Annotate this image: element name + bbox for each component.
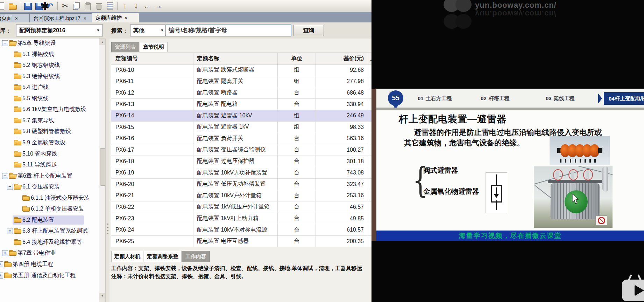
tree-item[interactable]: 5.8 硬塑料管槽敷设	[0, 126, 99, 136]
close-icon[interactable]: ×	[125, 15, 128, 21]
cell-base-price: 743.08	[316, 167, 367, 178]
collapse-icon[interactable]: −	[2, 40, 8, 46]
tree-item[interactable]: −第6章 杆上变配电装置	[0, 171, 99, 181]
table-row[interactable]: PX6-13配电装置 配电箱台330.94	[111, 99, 371, 110]
table-row[interactable]: PX6-19配电装置 10kV无功补偿装置台743.08	[111, 167, 371, 179]
tree-item[interactable]: −6.1 变压器安装	[0, 182, 99, 192]
tab-start-page[interactable]: 始页面 ×	[0, 13, 34, 23]
table-row-selected[interactable]: PX6-14配电装置 避雷器 10kV组246.49	[111, 110, 371, 122]
table-row[interactable]: PX6-22配电装置 1kV低压户外计量箱台46.57	[111, 201, 371, 213]
close-icon[interactable]: ×	[15, 16, 18, 21]
scroll-down-icon[interactable]: ▼	[99, 293, 105, 298]
new-document-icon[interactable]	[0, 1, 6, 11]
tab-project-bpz17[interactable]: 台区演示工程.bpz17 ×	[29, 13, 97, 23]
query-button[interactable]: 查询	[293, 25, 324, 36]
cell-name: 配电装置 10kV户外计量箱	[193, 190, 278, 201]
cell-name: 配电装置 跌落式熔断器	[193, 64, 278, 76]
table-row[interactable]: PX6-24配电装置 10kV不对称电流源台610.57	[111, 224, 371, 236]
table-row[interactable]: PX6-18配电装置 过电压保护器台301.18	[111, 156, 371, 167]
tv-play-icon[interactable]	[622, 280, 644, 301]
tab-quota-resources[interactable]: 定额人材机	[111, 251, 143, 262]
chapter-item-active[interactable]: 04杆上变配电装置	[604, 92, 644, 105]
chapter-tree: −第5章 导线架设5.1 裸铝绞线5.2 钢芯铝绞线5.3 绝缘铝绞线5.4 进…	[0, 39, 99, 302]
table-row[interactable]: PX6-12配电装置 断路器台686.48	[111, 87, 371, 99]
delete-icon[interactable]	[94, 1, 103, 11]
move-right-icon[interactable]: →	[154, 1, 163, 11]
tree-item[interactable]: 6.1.2 单相变压器安装	[0, 204, 99, 214]
tree-item[interactable]: 6.4 接地环及绝缘护罩等	[0, 237, 99, 247]
mouse-cursor-icon	[572, 194, 579, 204]
collapse-icon[interactable]: −	[2, 173, 8, 179]
cell-base-price: 323.47	[316, 179, 367, 190]
tree-item[interactable]: 5.5 钢绞线	[0, 94, 99, 103]
cell-labor	[367, 110, 371, 121]
table-row[interactable]: PX6-17配电装置 变压器综合监测仪台100.27	[111, 144, 371, 156]
chapter-item[interactable]: 02杆塔工程	[481, 95, 510, 102]
cell-unit: 台	[278, 99, 316, 110]
cell-base-price: 49.85	[316, 213, 367, 224]
tree-item[interactable]: +第四册 电缆工程	[0, 259, 99, 269]
tree-item-label: 5.4 进户线	[22, 84, 49, 91]
tree-item[interactable]: 5.1 裸铝绞线	[0, 49, 99, 59]
tree-item[interactable]: 6.1.1 油浸式变压器安装	[0, 193, 99, 203]
tree-item[interactable]: 5.7 集束导线	[0, 116, 99, 125]
table-row[interactable]: PX6-15配电装置 避雷器 1kV组98.33	[111, 122, 371, 133]
paste-icon[interactable]	[83, 1, 92, 11]
search-input[interactable]: 编号/名称/规格/首字母	[165, 25, 291, 36]
tree-item[interactable]: +第7章 带电作业	[0, 248, 99, 258]
table-row[interactable]: PX6-25配电装置 电压互感器台200.35	[111, 236, 371, 247]
chapter-item[interactable]: 01土石方工程	[418, 95, 452, 102]
expand-icon[interactable]: +	[0, 273, 3, 279]
quota-library-select[interactable]: 配网预算定额2016 ▼	[16, 25, 103, 36]
tree-item[interactable]: 5.6 1kV架空电力电缆敷设	[0, 104, 99, 114]
folder-icon	[14, 52, 21, 57]
copy-icon[interactable]	[72, 1, 81, 11]
tree-item[interactable]: 5.10 管内穿线	[0, 149, 99, 159]
cell-code: PX6-12	[111, 87, 193, 98]
table-row[interactable]: PX6-10配电装置 跌落式熔断器组92.68	[111, 64, 371, 76]
expand-icon[interactable]: +	[0, 261, 3, 267]
tree-item[interactable]: 5.9 金属软管敷设	[0, 138, 99, 147]
tree-scrollbar[interactable]: ▲ ▼	[99, 39, 105, 298]
table-row[interactable]: PX6-16配电装置 负荷开关台563.16	[111, 133, 371, 145]
chapter-item[interactable]: 03架线工程	[546, 95, 575, 102]
tab-adjust-factors[interactable]: 定额调整系数	[144, 251, 182, 262]
move-up-icon[interactable]: ↑	[120, 1, 129, 11]
tab-quota-maintenance[interactable]: 定额库维护 ×	[92, 13, 139, 23]
edit-document-icon[interactable]	[105, 1, 114, 11]
move-down-icon[interactable]: ↓	[132, 1, 141, 11]
tree-item[interactable]: −第5章 导线架设	[0, 39, 99, 48]
tree-item[interactable]: +第五册 通信及自动化工程	[0, 270, 99, 280]
scroll-up-icon[interactable]: ▲	[99, 39, 105, 45]
table-row[interactable]: PX6-11配电装置 隔离开关组277.98	[111, 76, 371, 88]
tree-item[interactable]: 5.4 进户线	[0, 82, 99, 92]
table-row[interactable]: PX6-23配电装置 1kV杆上动力箱台49.85	[111, 213, 371, 225]
tab-chapter-notes[interactable]: 章节说明	[140, 42, 168, 52]
lesson-number-badge: 55	[388, 90, 403, 106]
table-row[interactable]: PX6-20配电装置 低压无功补偿装置台323.47	[111, 179, 371, 190]
save-icon[interactable]	[23, 1, 32, 11]
folder-icon	[4, 261, 12, 267]
video-player-overlay[interactable]: yun.booway.com.cn/ yun.booway.com.cn/ 55…	[371, 0, 644, 302]
tab-resource-list[interactable]: 资源列表	[111, 42, 139, 52]
cell-code: PX6-22	[111, 201, 193, 213]
tree-item[interactable]: 5.11 导线跨越	[0, 160, 99, 170]
collapse-icon[interactable]: −	[7, 184, 13, 190]
tree-item[interactable]: 5.2 钢芯铝绞线	[0, 60, 99, 70]
table-row[interactable]: PX6-21配电装置 10kV户外计量箱台253.16	[111, 190, 371, 202]
cut-icon[interactable]: ✂	[61, 1, 70, 11]
tab-work-content[interactable]: 工作内容	[182, 251, 210, 262]
move-left-icon[interactable]: ←	[143, 1, 152, 11]
slide-title: 杆上变配电装置—避雷器	[399, 113, 507, 125]
expand-icon[interactable]: +	[2, 250, 8, 256]
scrollbar-thumb[interactable]	[100, 148, 105, 186]
tree-item[interactable]: +6.3 杆上配电装置系统调试	[0, 226, 99, 236]
search-type-select[interactable]: 其他 ▼	[130, 25, 167, 36]
tree-item[interactable]: 6.2 配电装置	[0, 215, 99, 225]
chapter-header-bar: 55 01土石方工程02杆塔工程03架线工程04杆上变配电装置	[376, 89, 644, 108]
column-header-labor: 人工费(元)	[367, 53, 371, 64]
open-folder-icon[interactable]	[8, 1, 17, 11]
close-icon[interactable]: ×	[84, 16, 86, 21]
tree-item[interactable]: 5.3 绝缘铝绞线	[0, 71, 99, 81]
expand-icon[interactable]: +	[7, 228, 13, 234]
